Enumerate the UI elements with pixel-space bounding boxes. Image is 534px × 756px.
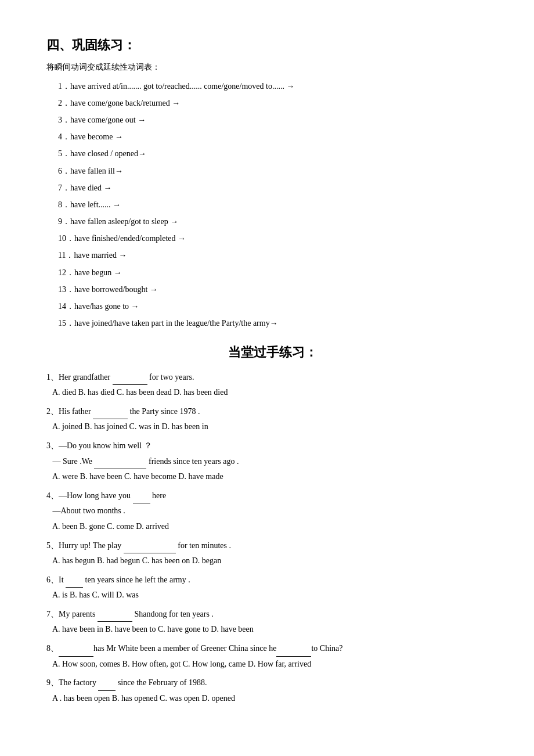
q9-options: A . has been open B. has opened C. was o… (52, 691, 499, 707)
list-item: 1．have arrived at/in....... got to/reach… (58, 79, 499, 93)
question-8: 8、has Mr White been a member of Greener … (46, 641, 499, 672)
list-item: 5．have closed / opened→ (58, 146, 499, 161)
q9-stem: 9、The factory since the February of 1988… (46, 675, 499, 691)
list-item: 12．have begun → (58, 265, 499, 280)
q2-stem: 2、His father the Party since 1978 . (46, 404, 499, 420)
exercise-list: 1．have arrived at/in....... got to/reach… (58, 79, 499, 331)
question-1: 1、Her grandfather for two years. A. died… (46, 370, 499, 401)
list-item: 7．have died → (58, 181, 499, 195)
question-5: 5、Hurry up! The play for ten minutes . A… (46, 538, 499, 569)
q4-stem2: —About two months . (46, 503, 499, 519)
q7-stem: 7、My parents Shandong for ten years . (46, 607, 499, 622)
question-2: 2、His father the Party since 1978 . A. j… (46, 404, 499, 435)
section-title: 四、巩固练习： (46, 35, 499, 55)
q4-blank (133, 503, 150, 503)
list-item: 11．have married → (58, 248, 499, 262)
q4-options: A. been B. gone C. come D. arrived (52, 519, 499, 535)
list-item: 8．have left...... → (58, 197, 499, 212)
list-item: 3．have come/gone out → (58, 113, 499, 127)
list-item: 4．have become → (58, 129, 499, 144)
q6-stem: 6、It ten years since he left the army . (46, 573, 499, 588)
q8-options: A. How soon, comes B. How often, got C. … (52, 657, 499, 672)
q1-stem: 1、Her grandfather for two years. (46, 370, 499, 386)
list-item: 9．have fallen asleep/got to sleep → (58, 214, 499, 229)
q7-options: A. have been in B. have been to C. have … (52, 622, 499, 638)
q5-stem: 5、Hurry up! The play for ten minutes . (46, 538, 499, 554)
list-item: 15．have joined/have taken part in the le… (58, 316, 499, 330)
list-item: 2．have come/gone back/returned → (58, 96, 499, 110)
question-9: 9、The factory since the February of 1988… (46, 675, 499, 706)
q4-stem1: 4、—How long have you here (46, 488, 499, 504)
question-7: 7、My parents Shandong for ten years . A.… (46, 607, 499, 638)
q1-options: A. died B. has died C. has been dead D. … (52, 385, 499, 401)
list-item: 14．have/has gone to → (58, 299, 499, 314)
q3-options: A. were B. have been C. have become D. h… (52, 469, 499, 485)
list-item: 10．have finished/ended/completed → (58, 231, 499, 246)
list-item: 6．have fallen ill→ (58, 164, 499, 178)
q5-options: A. has begun B. had begun C. has been on… (52, 553, 499, 569)
q8-stem: 8、has Mr White been a member of Greener … (46, 641, 499, 657)
practice-section: 1、Her grandfather for two years. A. died… (46, 370, 499, 707)
instruction: 将瞬间动词变成延续性动词表： (46, 61, 499, 74)
question-4: 4、—How long have you here —About two mon… (46, 488, 499, 535)
section-two-title: 当堂过手练习： (46, 342, 499, 362)
q3-stem2: — Sure .We friends since ten years ago . (46, 454, 499, 470)
question-6: 6、It ten years since he left the army . … (46, 573, 499, 603)
question-3: 3、—Do you know him well ？ — Sure .We fri… (46, 438, 499, 485)
q6-options: A. is B. has C. will D. was (52, 588, 499, 603)
q2-options: A. joined B. has joined C. was in D. has… (52, 419, 499, 435)
list-item: 13．have borrowed/bought → (58, 282, 499, 297)
section-one: 四、巩固练习： 将瞬间动词变成延续性动词表： 1．have arrived at… (46, 35, 499, 330)
q3-stem1: 3、—Do you know him well ？ (46, 438, 499, 454)
section-two: 当堂过手练习： 1、Her grandfather for two years.… (46, 342, 499, 706)
